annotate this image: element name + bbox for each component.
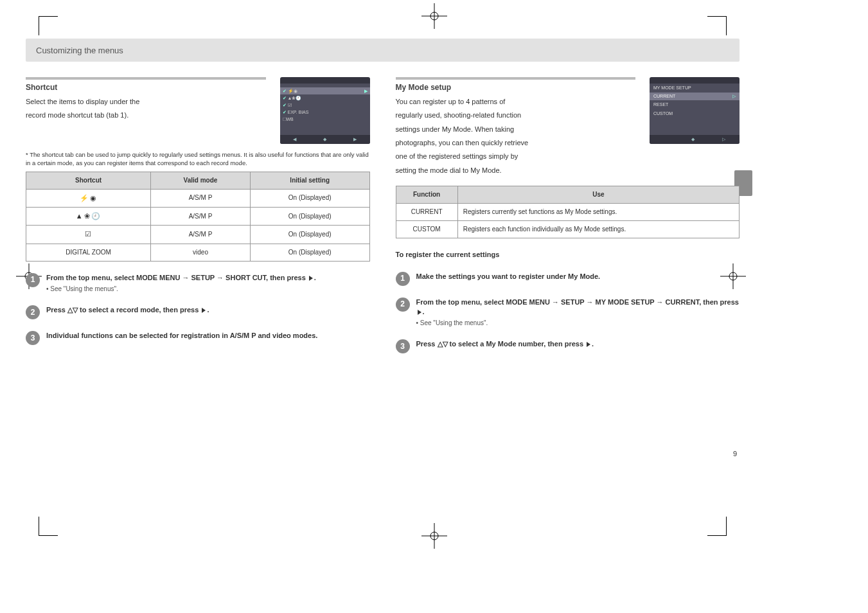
intro-line: photographs, you can then quickly retrie…: [396, 138, 636, 148]
mymode-table: Function Use CURRENT Registers currently…: [396, 186, 740, 238]
intro-line: regularly used, shooting-related functio…: [396, 111, 636, 120]
step-number-2: 2: [26, 305, 40, 319]
th-function: Function: [396, 186, 457, 204]
step-text: Individual functions can be selected for…: [46, 331, 370, 341]
crop-mark: [707, 16, 727, 35]
intro-line: You can register up to 4 patterns of: [396, 97, 636, 107]
digital-zoom-label: DIGITAL ZOOM: [26, 244, 151, 261]
step-number-3: 3: [396, 339, 410, 353]
step-number-2: 2: [396, 298, 410, 312]
intro-line: record mode shortcut tab (tab 1).: [26, 111, 266, 120]
page-header: Customizing the menus: [26, 39, 740, 62]
step-title: Press △▽ to select a My Mode number, the…: [416, 339, 740, 349]
camera-menu-illustration: 1 2 ✔⚡◉▶ ✔▲❀🕘 ✔☑ ✔EXP. BIAS ☐WB ◀◆▶: [280, 77, 370, 144]
th-mode: Valid mode: [151, 172, 251, 189]
step-title: Press △▽ to select a record mode, then p…: [46, 305, 370, 315]
intro-line: one of the registered settings simply by: [396, 152, 636, 161]
exp-bias-icon: ☑: [26, 226, 151, 244]
th-shortcut: Shortcut: [26, 172, 151, 189]
th-use: Use: [457, 186, 739, 204]
step-title: From the top menu, select MODE MENU → SE…: [416, 298, 740, 317]
table-row: DIGITAL ZOOM video On (Displayed): [26, 244, 370, 261]
table-row: ▲❀🕘 A/S/M P On (Displayed): [26, 207, 370, 225]
intro-line: Select the items to display under the: [26, 97, 266, 107]
step-number-1: 1: [396, 272, 410, 286]
intro-line: settings under My Mode. When taking: [396, 125, 636, 134]
step-title: From the top menu, select MODE MENU → SE…: [46, 273, 370, 283]
menu-heading: MY MODE SETUP: [650, 84, 740, 93]
table-row: CUSTOM Registers each function individua…: [396, 221, 740, 238]
step-number-3: 3: [26, 331, 40, 345]
flash-redeye-icon: ⚡◉: [26, 189, 151, 207]
shortcut-table: Shortcut Valid mode Initial setting ⚡◉ A…: [26, 172, 370, 262]
section-title: My Mode setup: [396, 77, 636, 93]
scene-macro-timer-icon: ▲❀🕘: [26, 207, 151, 225]
table-row: ⚡◉ A/S/M P On (Displayed): [26, 189, 370, 207]
page-number: 9: [733, 449, 737, 459]
step-number-1: 1: [26, 273, 40, 287]
sub-heading: To register the current settings: [396, 250, 740, 260]
crop-mark: [39, 16, 58, 35]
svg-point-0: [430, 12, 438, 20]
step-desc: • See "Using the menus".: [416, 319, 740, 328]
col-shortcut: Shortcut Select the items to display und…: [26, 77, 370, 587]
table-row: ☑ A/S/M P On (Displayed): [26, 226, 370, 244]
section-title: Shortcut: [26, 77, 266, 93]
step-desc: • See "Using the menus".: [46, 285, 370, 294]
play-arrow-icon: [587, 342, 590, 347]
footnote: * The shortcut tab can be used to jump q…: [26, 150, 370, 168]
play-arrow-icon: [202, 308, 206, 313]
camera-menu-illustration: 1 2 MY MODE SETUP CURRENT▷ RESET CUSTOM …: [650, 77, 740, 144]
step-title: Make the settings you want to register u…: [416, 272, 740, 281]
play-arrow-icon: [309, 276, 313, 281]
header-title: Customizing the menus: [36, 46, 123, 55]
play-arrow-icon: [418, 310, 421, 315]
th-initial: Initial setting: [250, 172, 369, 189]
registration-mark: [421, 3, 447, 31]
col-mymode: My Mode setup You can register up to 4 p…: [396, 77, 740, 587]
intro-line: setting the mode dial to My Mode.: [396, 166, 636, 175]
table-row: CURRENT Registers currently set function…: [396, 204, 740, 221]
